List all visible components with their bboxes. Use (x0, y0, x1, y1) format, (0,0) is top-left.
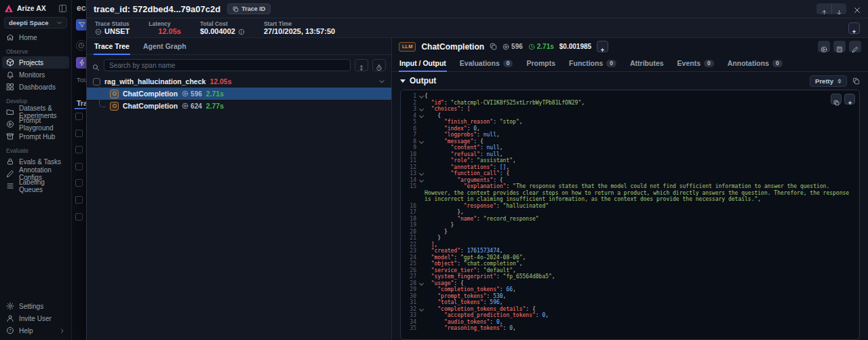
json-code: "explanation": "The response states that… (425, 183, 859, 203)
sidebar-item-invite-user[interactable]: Invite User (0, 312, 71, 324)
json-code: "audio_tokens": 0, (425, 319, 859, 326)
tab-label: Annotations (728, 59, 769, 67)
llm-span-icon (110, 102, 119, 111)
sidebar-item-label: Dashboards (19, 83, 56, 91)
chevron-down-icon[interactable] (378, 78, 385, 85)
span-name: ChatCompletion (123, 102, 178, 110)
line-number: 31 (401, 299, 418, 306)
row-checkbox[interactable] (75, 163, 83, 170)
row-checkbox[interactable] (75, 146, 83, 153)
tab-label: Prompts (526, 59, 555, 67)
collapse-sidebar-icon[interactable] (59, 5, 66, 12)
labeling-icon (6, 182, 14, 190)
span-row-ChatCompletion[interactable]: ChatCompletion5962.71s (87, 88, 391, 100)
sidebar-item-home[interactable]: Home (0, 31, 71, 43)
sidebar-item-monitors[interactable]: Monitors (0, 69, 71, 81)
add-to-dataset-button[interactable] (833, 41, 846, 52)
space-selector[interactable]: deepti Space (4, 17, 67, 29)
span-tab-attributes[interactable]: Attributes (629, 56, 665, 71)
sidebar-item-prompt-hub[interactable]: Prompt Hub (0, 130, 71, 143)
span-row-rag_with_hallucination_check[interactable]: rag_with_hallucination_check12.05s (87, 75, 391, 88)
tab-label: Evaluations (460, 59, 500, 67)
funnel-icon (78, 21, 86, 29)
json-line: 35 "reasoning_tokens": 0, (401, 325, 859, 332)
span-tab-events[interactable]: Events0 (677, 56, 715, 71)
tab-count-badge: 0 (704, 60, 714, 67)
collapse-output-caret[interactable] (400, 79, 406, 83)
tab-agent-graph[interactable]: Agent Graph (142, 39, 187, 54)
fold-caret (418, 286, 425, 293)
fold-caret (418, 151, 425, 158)
row-checkbox[interactable] (75, 213, 83, 221)
copy-span-icon[interactable] (490, 43, 497, 50)
span-search-input[interactable] (104, 59, 351, 71)
fold-caret (418, 132, 425, 138)
row-checkbox[interactable] (75, 179, 83, 187)
span-tab-input-output[interactable]: Input / Output (399, 56, 447, 71)
previous-trace-button[interactable] (816, 3, 831, 14)
row-checkbox[interactable] (75, 113, 83, 120)
json-code: "response": "hallucinated" (425, 203, 859, 210)
span-tab-annotations[interactable]: Annotations0 (727, 56, 783, 71)
arrow-up-icon (821, 6, 827, 12)
row-checkbox[interactable] (75, 130, 83, 137)
sidebar-header: Arize AX (0, 0, 71, 15)
close-panel-button[interactable] (853, 5, 861, 13)
evals-icon (6, 157, 14, 166)
explain-json-button[interactable] (844, 94, 855, 105)
span-tab-functions[interactable]: Functions0 (568, 56, 617, 71)
next-trace-button[interactable] (831, 3, 846, 14)
fold-caret[interactable] (418, 280, 425, 287)
trace-copilot-button[interactable] (848, 22, 860, 34)
fold-caret[interactable] (418, 306, 425, 313)
span-token-count: 596 (182, 90, 202, 98)
json-line: 19 } (401, 222, 859, 229)
row-checkbox[interactable] (75, 196, 83, 204)
sidebar-item-labeling-queues[interactable]: Labeling Queues (0, 180, 71, 192)
copy-json-button[interactable] (831, 94, 842, 105)
sidebar-item-dashboards[interactable]: Dashboards (0, 81, 71, 93)
span-row-ChatCompletion[interactable]: ChatCompletion6242.77s (87, 100, 391, 112)
span-tab-prompts[interactable]: Prompts (526, 56, 556, 71)
copy-output-icon[interactable] (852, 77, 860, 85)
sidebar-nav: HomeObserveProjectsMonitorsDashboardsDev… (0, 31, 71, 192)
span-tab-evaluations[interactable]: Evaluations0 (459, 56, 514, 71)
fold-caret (418, 203, 425, 210)
metric-latency: Latency12.05s (149, 20, 181, 35)
tab-trace-tree[interactable]: Trace Tree (94, 39, 130, 54)
fold-caret[interactable] (418, 177, 425, 184)
json-line: 13 "function_call": { (401, 170, 859, 177)
span-checkbox[interactable] (93, 78, 100, 86)
replay-span-button[interactable] (818, 41, 830, 52)
fold-caret[interactable] (418, 113, 425, 119)
bolt-icon (78, 59, 86, 67)
span-name: ChatCompletion (123, 90, 178, 98)
line-number: 24 (401, 254, 418, 261)
sidebar-item-settings[interactable]: Settings (0, 300, 71, 312)
sidebar-item-help[interactable]: ?Help (0, 324, 71, 337)
fold-caret[interactable] (418, 138, 425, 145)
json-code: "total_tokens": 596, (425, 299, 859, 306)
fold-caret[interactable] (418, 93, 425, 100)
tab-label: Attributes (630, 59, 664, 67)
fold-caret[interactable] (418, 170, 425, 177)
trace-header: trace_id: 572dbed4...79a07c2d Trace ID (87, 0, 868, 18)
annotate-button[interactable] (849, 41, 861, 52)
time-range-button[interactable] (76, 40, 87, 51)
format-select[interactable]: Pretty (810, 75, 847, 87)
json-code: "prompt_tokens": 530, (425, 293, 859, 300)
timing-toggle-button[interactable] (372, 59, 386, 71)
fold-caret (418, 267, 425, 274)
span-copilot-button[interactable] (597, 41, 608, 52)
fold-caret[interactable] (418, 106, 425, 113)
json-line: 31 "total_tokens": 596, (401, 299, 859, 306)
json-code: { (425, 113, 859, 119)
fold-caret (418, 229, 425, 235)
json-code: "completion_tokens": 66, (425, 286, 859, 293)
expand-collapse-button[interactable] (355, 59, 368, 71)
sidebar-item-prompt-playground[interactable]: Prompt Playground (0, 118, 71, 130)
copy-icon (233, 6, 239, 12)
trace-id-copy-chip[interactable]: Trace ID (227, 3, 271, 14)
line-number: 3 (401, 106, 418, 113)
sidebar-item-projects[interactable]: Projects (2, 56, 69, 69)
